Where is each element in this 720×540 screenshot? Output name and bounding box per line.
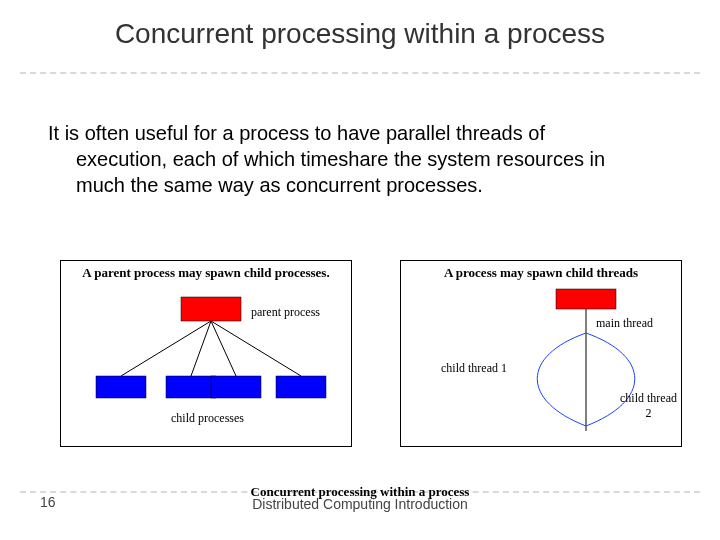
- svg-line-4: [211, 321, 301, 376]
- child-thread-1-label: child thread 1: [441, 361, 507, 376]
- title-text: Concurrent processing within a process: [70, 18, 650, 50]
- svg-rect-5: [96, 376, 146, 398]
- title-divider: [20, 72, 700, 74]
- main-thread-label: main thread: [596, 316, 653, 331]
- child-thread-2-label: child thread 2: [616, 391, 681, 421]
- svg-rect-6: [166, 376, 216, 398]
- svg-rect-7: [211, 376, 261, 398]
- body-line1: It is often useful for a process to have…: [48, 122, 545, 144]
- svg-line-2: [191, 321, 211, 376]
- svg-line-3: [211, 321, 236, 376]
- body-paragraph: It is often useful for a process to have…: [48, 120, 658, 198]
- svg-line-1: [121, 321, 211, 376]
- left-diagram: A parent process may spawn child process…: [60, 260, 352, 447]
- slide-title: Concurrent processing within a process: [70, 18, 650, 50]
- right-diagram: A process may spawn child threads main t…: [400, 260, 682, 447]
- svg-rect-8: [276, 376, 326, 398]
- footer-main: Distributed Computing Introduction: [0, 496, 720, 512]
- child-processes-label: child processes: [171, 411, 244, 426]
- parent-process-label: parent process: [251, 305, 320, 320]
- svg-rect-0: [181, 297, 241, 321]
- body-rest: execution, each of which timeshare the s…: [48, 146, 658, 198]
- footer-center: Concurrent processing within a process D…: [0, 484, 720, 512]
- svg-rect-9: [556, 289, 616, 309]
